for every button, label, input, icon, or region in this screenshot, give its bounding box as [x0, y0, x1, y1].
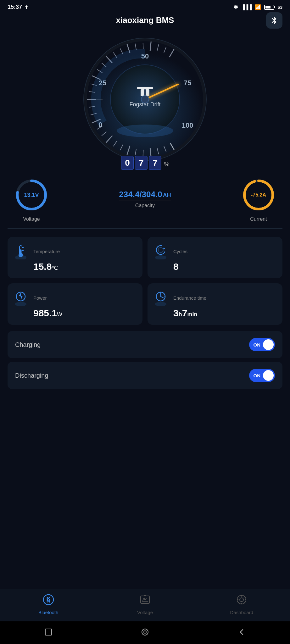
metrics-row: 13.1V Voltage 234.4/304.0AH Capacity -75…: [0, 170, 290, 225]
svg-point-61: [158, 247, 163, 253]
bluetooth-status-icon: ✱: [234, 4, 238, 10]
discharging-label: Discharging: [15, 372, 48, 379]
bluetooth-button[interactable]: [266, 12, 282, 29]
nav-bluetooth[interactable]: Bluetooth: [33, 594, 64, 615]
percent-digit-3: 7: [149, 156, 161, 170]
percent-digit-1: 0: [121, 156, 134, 170]
svg-point-59: [155, 255, 166, 259]
percent-symbol: %: [164, 161, 170, 168]
status-icons: ✱ ▐▐▐ 📶 63: [234, 4, 282, 10]
wifi-icon: 📶: [255, 4, 261, 10]
svg-rect-43: [144, 89, 146, 96]
svg-line-81: [244, 602, 245, 603]
charging-toggle-row: Charging ON: [8, 331, 282, 358]
power-value: 985.1W: [33, 308, 136, 319]
svg-point-47: [117, 125, 173, 137]
discharging-toggle[interactable]: ON: [249, 369, 275, 382]
info-cards-grid: Temperature 15.8℃ Cycles 8: [0, 232, 290, 330]
toggle-section: Charging ON Discharging ON: [0, 331, 290, 389]
svg-line-30: [143, 43, 143, 49]
svg-rect-84: [45, 629, 52, 635]
charging-label: Charging: [15, 341, 41, 348]
svg-line-83: [239, 602, 240, 603]
svg-point-46: [141, 96, 149, 103]
svg-point-75: [240, 598, 243, 602]
nav-dashboard-label: Dashboard: [230, 610, 253, 615]
status-bar: 15:37 ⬆ ✱ ▐▐▐ 📶 63: [0, 0, 290, 13]
svg-rect-41: [137, 87, 153, 89]
voltage-metric: 13.1V Voltage: [13, 176, 50, 222]
nav-voltage[interactable]: Voltage: [129, 594, 161, 615]
svg-point-64: [155, 302, 166, 306]
charging-thumb: [263, 339, 274, 350]
bottom-navigation: Bluetooth Voltage: [0, 589, 290, 621]
endurance-label: Endurance time: [173, 295, 206, 301]
discharging-state: ON: [254, 373, 261, 378]
temperature-value: 15.8℃: [33, 261, 136, 272]
divider-1: [8, 228, 282, 229]
svg-rect-72: [144, 595, 146, 596]
voltage-value: 13.1V: [24, 192, 39, 198]
upload-icon: ⬆: [25, 5, 28, 10]
android-square-btn[interactable]: [43, 626, 54, 638]
gauge-dial: 0 25 50 75 100 Fogstar Drift: [79, 33, 211, 165]
svg-text:100: 100: [182, 121, 193, 129]
power-icon: [13, 290, 29, 306]
power-label: Power: [33, 295, 47, 301]
svg-point-85: [142, 629, 148, 635]
nav-voltage-icon: [139, 594, 151, 608]
percent-digit-2: 7: [135, 156, 148, 170]
capacity-metric: 234.4/304.0AH Capacity: [119, 190, 171, 208]
temperature-label: Temperature: [33, 249, 60, 254]
signal-icon: ▐▐▐: [241, 4, 252, 10]
gauge-svg: 0 25 50 75 100 Fogstar Drift: [79, 33, 211, 165]
gauge-section: 0 25 50 75 100 Fogstar Drift: [0, 30, 290, 165]
android-back-btn[interactable]: [236, 626, 247, 638]
temperature-icon: [13, 243, 29, 259]
battery-indicator: [264, 5, 274, 10]
cycles-value: 8: [173, 261, 276, 272]
charging-toggle[interactable]: ON: [249, 338, 275, 351]
svg-text:75: 75: [184, 79, 191, 87]
battery-percent: 63: [277, 5, 282, 10]
app-title: xiaoxiang BMS: [116, 15, 174, 25]
svg-point-86: [144, 631, 146, 633]
endurance-card: Endurance time 3h7min: [148, 283, 282, 325]
percent-display: 0 7 7 %: [0, 156, 290, 170]
svg-point-60: [156, 246, 165, 254]
svg-line-67: [161, 297, 163, 298]
charging-state: ON: [254, 342, 261, 347]
power-card: Power 985.1W: [8, 283, 142, 325]
capacity-value: 234.4/304.0AH: [119, 190, 171, 199]
svg-line-80: [239, 597, 240, 598]
cycles-card: Cycles 8: [148, 237, 282, 278]
android-home-btn[interactable]: [139, 626, 151, 638]
svg-point-74: [237, 595, 246, 604]
svg-line-8: [143, 150, 143, 156]
temperature-card: Temperature 15.8℃: [8, 237, 142, 278]
capacity-label: Capacity: [119, 201, 171, 208]
voltage-ring: 13.1V: [13, 176, 50, 214]
svg-line-82: [244, 597, 245, 598]
current-ring: -75.2A: [240, 176, 277, 214]
svg-point-70: [43, 595, 53, 605]
endurance-icon: [153, 290, 169, 306]
endurance-value: 3h7min: [173, 308, 276, 319]
nav-dashboard-icon: [236, 594, 247, 608]
android-nav-bar: [0, 621, 290, 644]
nav-voltage-label: Voltage: [137, 610, 153, 615]
current-value: -75.2A: [251, 192, 266, 198]
nav-bluetooth-icon: [43, 594, 54, 608]
app-header: xiaoxiang BMS: [0, 13, 290, 30]
cycles-icon: [153, 243, 169, 259]
nav-dashboard[interactable]: Dashboard: [226, 594, 257, 615]
current-metric: -75.2A Current: [240, 176, 277, 222]
discharging-toggle-row: Discharging ON: [8, 362, 282, 389]
cycles-label: Cycles: [173, 249, 187, 254]
nav-bluetooth-label: Bluetooth: [38, 610, 58, 615]
time-display: 15:37: [8, 4, 22, 10]
svg-point-55: [19, 253, 23, 257]
svg-point-62: [15, 302, 26, 306]
discharging-thumb: [263, 370, 274, 381]
